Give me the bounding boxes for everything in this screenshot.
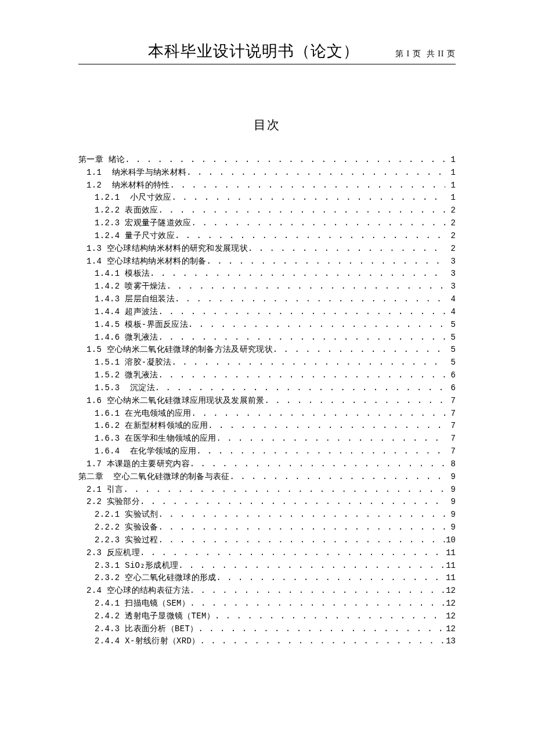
toc-entry-page: 11 [445, 572, 456, 585]
toc-leader-dots [158, 369, 445, 382]
toc-entry-label: 2.3 反应机理 [86, 547, 140, 560]
toc-leader-dots [190, 458, 445, 471]
toc-entry-page: 9 [445, 484, 456, 496]
toc-leader-dots [140, 496, 445, 509]
toc-entry-page: 8 [445, 458, 456, 471]
toc-line: 2.2.2 实验设备 9 [78, 521, 456, 534]
toc-line: 1.4.5 模板-界面反应法 5 [78, 319, 456, 332]
toc-entry-page: 2 [445, 204, 456, 217]
toc-line: 1.4.1 模板法 3 [78, 268, 456, 280]
toc-line: 1.6.2 在新型材料领域的应用 7 [78, 420, 456, 433]
toc-entry-label: 1.2.4 量子尺寸效应 [95, 230, 175, 243]
toc-line: 1.4.6 微乳液法 5 [78, 332, 456, 344]
toc-entry-label: 2.4 空心球的结构表征方法 [86, 585, 190, 597]
toc-entry-label: 2.1 引言 [86, 484, 123, 496]
toc-entry-label: 2.4.1 扫描电镜（SEM） [95, 597, 190, 610]
toc-entry-label: 2.3.1 SiO₂形成机理 [95, 560, 178, 573]
toc-entry-label: 第二章 空心二氧化硅微球的制备与表征 [78, 471, 230, 484]
toc-line: 1.4.2 喷雾干燥法 3 [78, 280, 456, 293]
page-number-indicator: 第 I 页 共 II 页 [395, 49, 456, 59]
toc-line: 1.4.4 超声波法 4 [78, 306, 456, 319]
toc-leader-dots [158, 534, 445, 547]
toc-entry-label: 2.4.2 透射电子显微镜（TEM） [95, 610, 215, 623]
toc-leader-dots [215, 610, 445, 623]
toc-entry-label: 1.4 空心球结构纳米材料的制备 [86, 255, 206, 268]
toc-leader-dots [167, 280, 445, 293]
toc-entry-page: 1 [445, 179, 456, 192]
toc-entry-label: 1.6 空心纳米二氧化硅微球应用现状及发展前景 [86, 395, 265, 408]
toc-line: 1.2 纳米材料的特性 1 [78, 179, 456, 192]
document-title: 本科毕业设计说明书（论文） [148, 41, 359, 62]
toc-line: 1.5 空心纳米二氧化硅微球的制备方法及研究现状 5 [78, 344, 456, 357]
toc-entry-page: 3 [445, 268, 456, 280]
toc-entry-label: 1.6.3 在医学和生物领域的应用 [95, 433, 217, 445]
toc-entry-page: 3 [445, 255, 456, 268]
toc-leader-dots [230, 471, 445, 484]
toc-entry-page: 6 [445, 369, 456, 382]
toc-entry-page: 5 [445, 319, 456, 332]
toc-line: 1.5.3 沉淀法 6 [78, 382, 456, 395]
toc-entry-page: 7 [445, 420, 456, 433]
toc-leader-dots [200, 635, 445, 648]
toc-line: 1.4.3 层层自组装法 4 [78, 293, 456, 306]
toc-line: 1.6.1 在光电领域的应用 7 [78, 408, 456, 420]
toc-line: 2.4.1 扫描电镜（SEM） 12 [78, 597, 456, 610]
toc-line: 1.5.1 溶胶-凝胶法 5 [78, 357, 456, 369]
toc-leader-dots [208, 420, 445, 433]
toc-entry-page: 9 [445, 471, 456, 484]
toc-line: 2.4 空心球的结构表征方法 12 [78, 585, 456, 597]
toc-entry-page: 5 [445, 332, 456, 344]
toc-entry-label: 1.5 空心纳米二氧化硅微球的制备方法及研究现状 [86, 344, 273, 357]
toc-entry-page: 12 [445, 623, 456, 636]
toc-leader-dots [171, 357, 445, 369]
toc-entry-page: 13 [445, 635, 456, 648]
toc-line: 2.3.2 空心二氧化硅微球的形成 11 [78, 572, 456, 585]
toc-entry-label: 1.4.4 超声波法 [95, 306, 158, 319]
toc-line: 2.2.1 实验试剂 9 [78, 509, 456, 521]
toc-line: 1.3 空心球结构纳米材料的研究和发展现状 2 [78, 243, 456, 255]
toc-leader-dots [188, 319, 445, 332]
toc-entry-page: 11 [445, 560, 456, 573]
toc-line: 1.5.2 微乳液法 6 [78, 369, 456, 382]
toc-entry-page: 12 [445, 610, 456, 623]
toc-entry-page: 10 [445, 534, 456, 547]
toc-leader-dots [217, 572, 445, 585]
toc-entry-label: 1.2.2 表面效应 [95, 204, 158, 217]
toc-line: 1.7 本课题的主要研究内容 8 [78, 458, 456, 471]
table-of-contents: 第一章 绪论 11.1 纳米科学与纳米材料 11.2 纳米材料的特性 11.2.… [78, 154, 456, 648]
toc-entry-page: 9 [445, 509, 456, 521]
toc-entry-label: 1.4.6 微乳液法 [95, 332, 158, 344]
toc-entry-label: 1.2.1 小尺寸效应 [95, 192, 171, 204]
toc-leader-dots [171, 192, 445, 204]
toc-entry-label: 1.5.2 微乳液法 [95, 369, 158, 382]
toc-entry-page: 4 [445, 293, 456, 306]
toc-leader-dots [140, 547, 445, 560]
toc-entry-label: 1.3 空心球结构纳米材料的研究和发展现状 [86, 243, 248, 255]
toc-leader-dots [190, 585, 445, 597]
toc-leader-dots [192, 408, 445, 420]
toc-entry-page: 9 [445, 496, 456, 509]
header-divider [78, 64, 456, 64]
toc-entry-label: 1.6.4 在化学领域的应用 [95, 445, 196, 458]
toc-leader-dots [198, 623, 445, 636]
toc-line: 1.6 空心纳米二氧化硅微球应用现状及发展前景 7 [78, 395, 456, 408]
toc-entry-page: 11 [445, 547, 456, 560]
toc-leader-dots [170, 179, 445, 192]
toc-leader-dots [217, 433, 445, 445]
toc-entry-label: 1.6.2 在新型材料领域的应用 [95, 420, 208, 433]
toc-entry-page: 5 [445, 357, 456, 369]
toc-entry-page: 12 [445, 597, 456, 610]
toc-entry-page: 1 [445, 192, 456, 204]
toc-line: 2.4.4 X-射线衍射（XRD） 13 [78, 635, 456, 648]
toc-leader-dots [190, 597, 445, 610]
page-header: 本科毕业设计说明书（论文） 第 I 页 共 II 页 [78, 41, 456, 62]
toc-leader-dots [123, 484, 445, 496]
toc-line: 第一章 绪论 1 [78, 154, 456, 167]
toc-entry-page: 6 [445, 382, 456, 395]
toc-line: 1.4 空心球结构纳米材料的制备 3 [78, 255, 456, 268]
toc-line: 1.2.3 宏观量子隧道效应 2 [78, 217, 456, 230]
toc-entry-label: 2.2 实验部分 [86, 496, 140, 509]
toc-entry-page: 7 [445, 395, 456, 408]
toc-line: 2.2.3 实验过程 10 [78, 534, 456, 547]
toc-entry-label: 1.5.3 沉淀法 [95, 382, 155, 395]
